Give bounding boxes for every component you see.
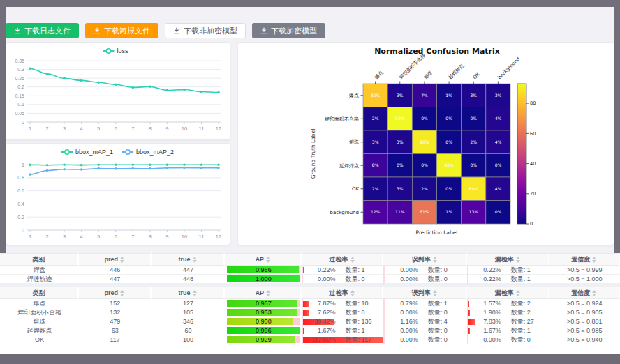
sort-icon[interactable] <box>266 257 270 263</box>
button-label: 下载简报文件 <box>104 26 150 36</box>
sort-icon[interactable] <box>120 290 124 296</box>
col-header-true[interactable]: true <box>152 253 226 266</box>
sort-icon[interactable] <box>516 290 520 296</box>
svg-text:82%: 82% <box>371 93 381 98</box>
col-header-类别: 类别 <box>0 253 79 266</box>
col-header-true[interactable]: true <box>152 287 226 299</box>
loss-chart-card: loss00.050.10.150.20.250.30.351234567891… <box>6 42 230 140</box>
ap-cell: 0.986 <box>225 266 302 275</box>
ap-cell: 0.996 <box>225 326 302 335</box>
download-encrypted-model-button[interactable]: 下载加密模型 <box>252 23 325 38</box>
svg-text:0.2: 0.2 <box>17 84 24 89</box>
metric-quantity: 数量: 1 <box>428 299 460 308</box>
svg-text:1: 1 <box>22 162 24 167</box>
label-cell: 熔珠 <box>0 317 79 326</box>
metric-quantity: 数量: 0 <box>428 266 460 275</box>
download-report-button[interactable]: 下载简报文件 <box>85 23 158 38</box>
matrix-row-label: 爆点 <box>349 93 359 98</box>
colorbar <box>517 84 526 224</box>
col-header-AP[interactable]: AP <box>225 287 302 299</box>
matrix-row-label: background <box>330 210 359 215</box>
svg-text:bbox_mAP_2: bbox_mAP_2 <box>136 149 174 156</box>
svg-text:7%: 7% <box>421 93 428 98</box>
col-header-漏检率[interactable]: 漏检率 <box>467 253 549 266</box>
matrix-row-label: 焊印面积不合格 <box>325 116 359 122</box>
true-cell: 60 <box>152 326 226 335</box>
col-header-label: AP <box>256 289 265 296</box>
confidence-cell: >0.5 = 0.924 <box>549 299 620 308</box>
pred-cell: 117 <box>79 335 152 344</box>
table-row: 爆点1521270.9677.87%数量: 100.79%数量: 11.57%数… <box>0 299 620 308</box>
metric-cell: 1.16%数量: 4 <box>383 317 467 326</box>
svg-text:92%: 92% <box>444 162 454 167</box>
svg-text:2%: 2% <box>372 116 379 121</box>
svg-text:0.8: 0.8 <box>17 175 24 180</box>
svg-text:2: 2 <box>45 126 48 132</box>
metric-quantity: 数量: 0 <box>511 335 543 344</box>
svg-text:bbox_mAP_1: bbox_mAP_1 <box>75 149 113 156</box>
col-header-误判率[interactable]: 误判率 <box>383 253 467 266</box>
col-header-label: true <box>178 289 190 296</box>
metric-quantity: 数量: 0 <box>346 275 378 284</box>
col-header-label: 过检率 <box>330 255 348 264</box>
sort-icon[interactable] <box>193 290 197 296</box>
legend-item[interactable]: loss <box>103 47 128 54</box>
confusion-matrix: Normalized Confusion Matrix82%3%7%1%3%3%… <box>238 43 614 245</box>
sort-icon[interactable] <box>516 257 520 263</box>
results-table-2: 类别predtrueAP过检率误判率漏检率置信度爆点1521270.9677.8… <box>0 287 620 344</box>
sort-icon[interactable] <box>266 290 270 296</box>
col-header-过检率[interactable]: 过检率 <box>302 287 383 299</box>
col-header-pred[interactable]: pred <box>79 287 152 299</box>
ap-bar-track: 0.953 <box>227 309 300 316</box>
metric-cell: 1.67%数量: 1 <box>467 326 549 335</box>
svg-text:1%: 1% <box>445 93 452 98</box>
sort-icon[interactable] <box>193 257 197 263</box>
matrix-col-label: 起焊炸点 <box>448 63 465 80</box>
col-header-类别: 类别 <box>0 287 79 299</box>
metric-cell: 0.22%数量: 1 <box>467 266 549 275</box>
metric-bar <box>303 328 304 334</box>
sort-icon[interactable] <box>433 257 437 263</box>
confidence-cell: >0.5 = 0.940 <box>549 335 620 344</box>
svg-text:40: 40 <box>530 161 536 167</box>
sort-icon[interactable] <box>350 257 355 263</box>
col-header-误判率[interactable]: 误判率 <box>383 287 467 299</box>
svg-text:11: 11 <box>199 126 205 132</box>
sort-icon[interactable] <box>592 257 596 263</box>
ap-value: 0.986 <box>227 266 300 273</box>
legend-item[interactable]: bbox_mAP_1 <box>61 149 113 156</box>
button-label: 下载加密模型 <box>271 26 317 36</box>
download-log-button[interactable]: 下载日志文件 <box>6 23 79 38</box>
col-header-漏检率[interactable]: 漏检率 <box>467 287 549 299</box>
col-header-置信度[interactable]: 置信度 <box>549 287 620 299</box>
pred-cell: 447 <box>79 275 152 284</box>
sort-icon[interactable] <box>592 290 596 296</box>
col-header-label: 过检率 <box>330 289 348 298</box>
svg-text:2%: 2% <box>372 186 379 191</box>
svg-text:0%: 0% <box>470 162 477 167</box>
svg-text:9: 9 <box>165 234 168 240</box>
sort-icon[interactable] <box>120 257 124 263</box>
svg-text:3%: 3% <box>495 93 502 98</box>
ap-bar-track: 0.996 <box>227 327 300 334</box>
matrix-row-label: 起焊炸点 <box>339 163 359 169</box>
label-cell: 焊缝轨迹 <box>0 275 79 284</box>
svg-text:13%: 13% <box>469 209 479 214</box>
svg-text:11%: 11% <box>395 209 405 214</box>
metric-percent: 1.57% <box>475 300 501 307</box>
metric-quantity: 数量: 27 <box>511 317 543 326</box>
ap-value: 0.996 <box>227 327 300 334</box>
toolbar: 下载日志文件下载简报文件下载非加密模型下载加密模型 <box>6 23 325 38</box>
svg-text:3%: 3% <box>470 93 477 98</box>
col-header-置信度[interactable]: 置信度 <box>549 253 620 266</box>
svg-text:1: 1 <box>29 234 31 240</box>
legend-item[interactable]: bbox_mAP_2 <box>122 149 174 156</box>
sort-icon[interactable] <box>433 290 437 296</box>
col-header-pred[interactable]: pred <box>79 253 152 266</box>
download-plain-model-button[interactable]: 下载非加密模型 <box>165 23 246 38</box>
sort-icon[interactable] <box>350 290 355 296</box>
col-header-label: 置信度 <box>571 255 590 264</box>
metric-cell: 0.22%数量: 1 <box>302 266 383 275</box>
col-header-AP[interactable]: AP <box>225 253 302 266</box>
col-header-过检率[interactable]: 过检率 <box>302 253 383 266</box>
